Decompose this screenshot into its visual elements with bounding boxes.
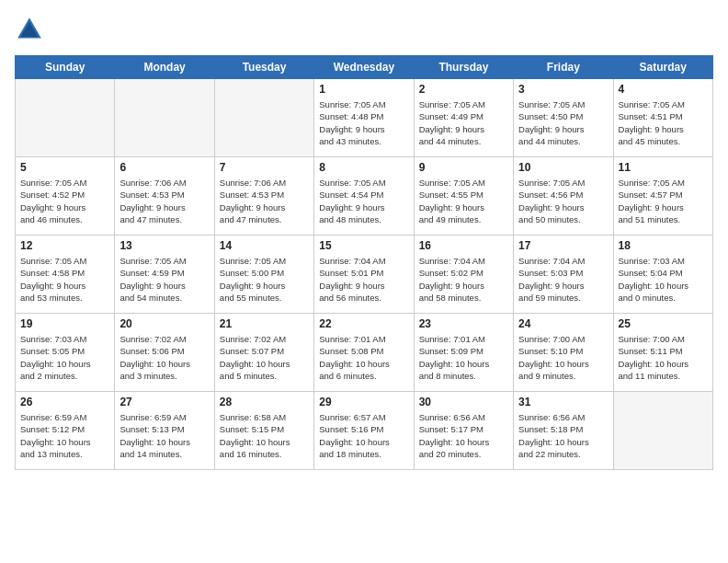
day-number: 17 xyxy=(518,239,608,252)
weekday-wednesday: Wednesday xyxy=(314,56,414,79)
day-cell: 10Sunrise: 7:05 AM Sunset: 4:56 PM Dayli… xyxy=(514,157,613,236)
day-info: Sunrise: 7:05 AM Sunset: 4:58 PM Dayligh… xyxy=(20,255,109,304)
day-number: 31 xyxy=(518,396,608,408)
day-info: Sunrise: 7:00 AM Sunset: 5:10 PM Dayligh… xyxy=(518,333,608,382)
day-number: 16 xyxy=(419,239,508,252)
day-number: 20 xyxy=(119,317,209,330)
day-info: Sunrise: 7:04 AM Sunset: 5:03 PM Dayligh… xyxy=(518,255,608,304)
week-row-2: 5Sunrise: 7:05 AM Sunset: 4:52 PM Daylig… xyxy=(16,157,713,236)
day-number: 11 xyxy=(619,161,708,174)
day-info: Sunrise: 7:05 AM Sunset: 4:51 PM Dayligh… xyxy=(619,98,708,147)
day-info: Sunrise: 7:01 AM Sunset: 5:09 PM Dayligh… xyxy=(419,333,508,382)
day-number: 29 xyxy=(319,396,408,408)
weekday-friday: Friday xyxy=(514,56,613,79)
day-info: Sunrise: 7:05 AM Sunset: 4:56 PM Dayligh… xyxy=(518,177,608,225)
day-number: 7 xyxy=(220,161,309,174)
day-info: Sunrise: 7:05 AM Sunset: 4:57 PM Dayligh… xyxy=(619,177,708,225)
day-cell: 18Sunrise: 7:03 AM Sunset: 5:04 PM Dayli… xyxy=(613,236,712,314)
day-info: Sunrise: 7:03 AM Sunset: 5:04 PM Dayligh… xyxy=(619,255,708,304)
day-info: Sunrise: 7:01 AM Sunset: 5:08 PM Dayligh… xyxy=(319,333,408,382)
day-cell: 9Sunrise: 7:05 AM Sunset: 4:55 PM Daylig… xyxy=(414,157,513,236)
day-cell: 24Sunrise: 7:00 AM Sunset: 5:10 PM Dayli… xyxy=(514,314,613,392)
day-cell: 19Sunrise: 7:03 AM Sunset: 5:05 PM Dayli… xyxy=(16,314,115,392)
day-info: Sunrise: 7:00 AM Sunset: 5:11 PM Dayligh… xyxy=(619,333,708,382)
day-cell: 8Sunrise: 7:05 AM Sunset: 4:54 PM Daylig… xyxy=(314,157,414,236)
day-number: 15 xyxy=(319,239,408,252)
calendar-table: SundayMondayTuesdayWednesdayThursdayFrid… xyxy=(15,55,713,470)
day-number: 2 xyxy=(419,83,508,96)
day-cell: 1Sunrise: 7:05 AM Sunset: 4:48 PM Daylig… xyxy=(314,79,414,157)
day-info: Sunrise: 7:05 AM Sunset: 4:49 PM Dayligh… xyxy=(419,98,508,147)
day-cell: 31Sunrise: 6:56 AM Sunset: 5:18 PM Dayli… xyxy=(514,392,613,470)
day-cell: 13Sunrise: 7:05 AM Sunset: 4:59 PM Dayli… xyxy=(115,236,214,314)
day-number: 30 xyxy=(419,396,508,408)
day-cell: 2Sunrise: 7:05 AM Sunset: 4:49 PM Daylig… xyxy=(414,79,513,157)
day-cell xyxy=(214,79,313,157)
day-info: Sunrise: 7:04 AM Sunset: 5:02 PM Dayligh… xyxy=(419,255,508,304)
week-row-4: 19Sunrise: 7:03 AM Sunset: 5:05 PM Dayli… xyxy=(16,314,713,392)
day-cell: 26Sunrise: 6:59 AM Sunset: 5:12 PM Dayli… xyxy=(16,392,115,470)
day-info: Sunrise: 7:04 AM Sunset: 5:01 PM Dayligh… xyxy=(319,255,408,304)
day-number: 5 xyxy=(20,161,109,174)
day-cell: 7Sunrise: 7:06 AM Sunset: 4:53 PM Daylig… xyxy=(214,157,313,236)
day-cell: 17Sunrise: 7:04 AM Sunset: 5:03 PM Dayli… xyxy=(514,236,613,314)
day-info: Sunrise: 7:02 AM Sunset: 5:07 PM Dayligh… xyxy=(220,333,309,382)
weekday-saturday: Saturday xyxy=(613,56,712,79)
day-info: Sunrise: 6:56 AM Sunset: 5:17 PM Dayligh… xyxy=(419,411,508,460)
day-cell: 25Sunrise: 7:00 AM Sunset: 5:11 PM Dayli… xyxy=(613,314,712,392)
weekday-monday: Monday xyxy=(115,56,214,79)
day-cell: 21Sunrise: 7:02 AM Sunset: 5:07 PM Dayli… xyxy=(214,314,313,392)
logo xyxy=(15,15,48,44)
day-number: 22 xyxy=(319,317,408,330)
day-number: 28 xyxy=(220,396,309,408)
day-cell: 22Sunrise: 7:01 AM Sunset: 5:08 PM Dayli… xyxy=(314,314,414,392)
day-cell: 16Sunrise: 7:04 AM Sunset: 5:02 PM Dayli… xyxy=(414,236,513,314)
week-row-5: 26Sunrise: 6:59 AM Sunset: 5:12 PM Dayli… xyxy=(16,392,713,470)
day-number: 26 xyxy=(20,396,109,408)
day-number: 27 xyxy=(119,396,209,408)
weekday-thursday: Thursday xyxy=(414,56,513,79)
day-number: 24 xyxy=(518,317,608,330)
day-info: Sunrise: 6:56 AM Sunset: 5:18 PM Dayligh… xyxy=(518,411,608,460)
day-number: 10 xyxy=(518,161,608,174)
day-number: 21 xyxy=(220,317,309,330)
day-cell: 28Sunrise: 6:58 AM Sunset: 5:15 PM Dayli… xyxy=(214,392,313,470)
day-cell xyxy=(16,79,115,157)
header xyxy=(15,15,713,44)
day-info: Sunrise: 6:57 AM Sunset: 5:16 PM Dayligh… xyxy=(319,411,408,460)
day-number: 1 xyxy=(319,83,408,96)
day-cell: 15Sunrise: 7:04 AM Sunset: 5:01 PM Dayli… xyxy=(314,236,414,314)
day-number: 13 xyxy=(119,239,209,252)
day-cell: 4Sunrise: 7:05 AM Sunset: 4:51 PM Daylig… xyxy=(613,79,712,157)
day-info: Sunrise: 6:58 AM Sunset: 5:15 PM Dayligh… xyxy=(220,411,309,460)
day-number: 23 xyxy=(419,317,508,330)
day-cell: 3Sunrise: 7:05 AM Sunset: 4:50 PM Daylig… xyxy=(514,79,613,157)
day-info: Sunrise: 7:05 AM Sunset: 4:54 PM Dayligh… xyxy=(319,177,408,225)
day-cell: 5Sunrise: 7:05 AM Sunset: 4:52 PM Daylig… xyxy=(16,157,115,236)
day-cell: 29Sunrise: 6:57 AM Sunset: 5:16 PM Dayli… xyxy=(314,392,414,470)
day-info: Sunrise: 7:05 AM Sunset: 5:00 PM Dayligh… xyxy=(220,255,309,304)
day-info: Sunrise: 7:05 AM Sunset: 4:55 PM Dayligh… xyxy=(419,177,508,225)
day-number: 8 xyxy=(319,161,408,174)
day-cell: 30Sunrise: 6:56 AM Sunset: 5:17 PM Dayli… xyxy=(414,392,513,470)
day-number: 18 xyxy=(619,239,708,252)
day-cell xyxy=(613,392,712,470)
day-cell: 20Sunrise: 7:02 AM Sunset: 5:06 PM Dayli… xyxy=(115,314,214,392)
day-number: 25 xyxy=(619,317,708,330)
week-row-1: 1Sunrise: 7:05 AM Sunset: 4:48 PM Daylig… xyxy=(16,79,713,157)
day-cell: 14Sunrise: 7:05 AM Sunset: 5:00 PM Dayli… xyxy=(214,236,313,314)
day-number: 12 xyxy=(20,239,109,252)
weekday-tuesday: Tuesday xyxy=(214,56,313,79)
day-info: Sunrise: 6:59 AM Sunset: 5:13 PM Dayligh… xyxy=(119,411,209,460)
day-info: Sunrise: 7:06 AM Sunset: 4:53 PM Dayligh… xyxy=(220,177,309,225)
day-cell: 6Sunrise: 7:06 AM Sunset: 4:53 PM Daylig… xyxy=(115,157,214,236)
weekday-sunday: Sunday xyxy=(16,56,115,79)
page: SundayMondayTuesdayWednesdayThursdayFrid… xyxy=(0,0,728,485)
day-info: Sunrise: 6:59 AM Sunset: 5:12 PM Dayligh… xyxy=(20,411,109,460)
day-info: Sunrise: 7:06 AM Sunset: 4:53 PM Dayligh… xyxy=(119,177,209,225)
day-number: 3 xyxy=(518,83,608,96)
weekday-header-row: SundayMondayTuesdayWednesdayThursdayFrid… xyxy=(16,56,713,79)
logo-icon xyxy=(15,15,44,44)
day-cell xyxy=(115,79,214,157)
day-number: 6 xyxy=(119,161,209,174)
